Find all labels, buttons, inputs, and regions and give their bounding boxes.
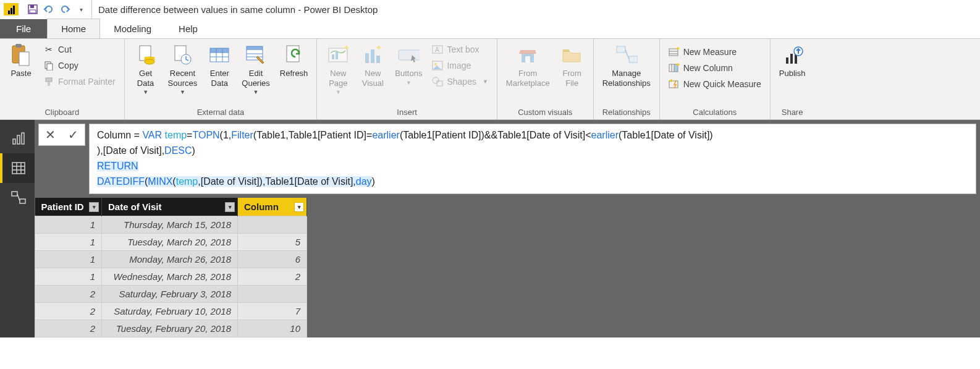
quick-access-toolbar: ▾ bbox=[22, 0, 92, 19]
undo-icon[interactable] bbox=[42, 2, 56, 16]
group-external-data: Get Data▼ Recent Sources▼ Enter Data Edi… bbox=[125, 39, 318, 119]
buttons-button[interactable]: Buttons▼ bbox=[390, 41, 427, 86]
image-icon bbox=[432, 60, 443, 71]
cell-column: 7 bbox=[238, 303, 307, 320]
svg-rect-73 bbox=[20, 199, 25, 203]
main-area: ✕ ✓ Column = VAR temp=TOPN(1,Filter(Tabl… bbox=[0, 120, 980, 337]
edit-queries-button[interactable]: Edit Queries▼ bbox=[237, 41, 275, 95]
new-visual-button[interactable]: ✦ New Visual bbox=[355, 41, 390, 88]
svg-rect-66 bbox=[22, 133, 24, 144]
group-relationships: Manage Relationships Relationships bbox=[594, 39, 660, 119]
group-insert: ✦ New Page▼ ✦ New Visual Buttons▼ AText … bbox=[317, 39, 497, 119]
svg-rect-22 bbox=[210, 48, 229, 53]
filter-icon[interactable]: ▾ bbox=[294, 202, 304, 212]
table-row[interactable]: 1 Wednesday, March 28, 2018 2 bbox=[35, 268, 307, 286]
ribbon: Paste ✂Cut Copy Format Painter Clipboard… bbox=[0, 38, 980, 120]
table-row[interactable]: 2 Tuesday, February 20, 2018 10 bbox=[35, 320, 307, 337]
qat-dropdown-icon[interactable]: ▾ bbox=[74, 2, 88, 16]
paste-icon bbox=[10, 44, 32, 66]
format-painter-button[interactable]: Format Painter bbox=[41, 75, 118, 88]
svg-rect-65 bbox=[17, 135, 20, 144]
cell-column bbox=[238, 286, 307, 303]
recent-sources-button[interactable]: Recent Sources▼ bbox=[163, 41, 203, 95]
tab-file[interactable]: File bbox=[0, 19, 47, 38]
tab-home[interactable]: Home bbox=[47, 19, 100, 38]
refresh-button[interactable]: Refresh bbox=[275, 41, 313, 78]
new-quick-measure-button[interactable]: ✦New Quick Measure bbox=[666, 77, 764, 91]
cut-button[interactable]: ✂Cut bbox=[41, 43, 118, 56]
col-header-patient-id[interactable]: Patient ID▾ bbox=[35, 198, 102, 216]
col-header-column[interactable]: Column▾ bbox=[238, 198, 307, 216]
data-table-wrap: Patient ID▾ Date of Visit▾ Column▾ 1 Thu… bbox=[35, 198, 980, 337]
group-share: Publish Share bbox=[771, 39, 814, 119]
content-area: ✕ ✓ Column = VAR temp=TOPN(1,Filter(Tabl… bbox=[35, 120, 980, 337]
manage-relationships-button[interactable]: Manage Relationships bbox=[598, 41, 656, 88]
svg-rect-24 bbox=[247, 46, 263, 50]
nav-model-view[interactable] bbox=[0, 183, 35, 213]
enter-data-button[interactable]: Enter Data bbox=[202, 41, 237, 88]
model-view-icon bbox=[11, 190, 27, 205]
data-table: Patient ID▾ Date of Visit▾ Column▾ 1 Thu… bbox=[35, 198, 307, 337]
cell-patient-id: 1 bbox=[35, 251, 102, 268]
svg-text:A: A bbox=[435, 46, 439, 53]
formula-bar[interactable]: Column = VAR temp=TOPN(1,Filter(Table1,T… bbox=[89, 124, 976, 194]
svg-rect-61 bbox=[790, 54, 793, 64]
textbox-button[interactable]: AText box bbox=[429, 43, 490, 56]
relationships-icon bbox=[615, 44, 638, 66]
table-row[interactable]: 2 Saturday, February 3, 2018 bbox=[35, 286, 307, 303]
filter-icon[interactable]: ▾ bbox=[225, 202, 235, 212]
table-row[interactable]: 1 Tuesday, March 20, 2018 5 bbox=[35, 234, 307, 251]
from-file-button[interactable]: From File bbox=[555, 41, 589, 88]
svg-text:✦: ✦ bbox=[669, 79, 674, 84]
refresh-icon bbox=[283, 44, 305, 66]
svg-rect-30 bbox=[336, 52, 338, 59]
svg-point-40 bbox=[434, 63, 437, 66]
accept-formula-icon[interactable]: ✓ bbox=[68, 127, 78, 142]
tab-modeling[interactable]: Modeling bbox=[100, 19, 165, 38]
svg-rect-47 bbox=[629, 56, 638, 62]
new-page-button[interactable]: ✦ New Page▼ bbox=[321, 41, 355, 95]
publish-icon bbox=[781, 44, 803, 66]
from-marketplace-button[interactable]: From Marketplace bbox=[501, 41, 555, 88]
app-logo bbox=[4, 3, 19, 15]
copy-button[interactable]: Copy bbox=[41, 59, 118, 72]
image-button[interactable]: Image bbox=[429, 59, 490, 72]
new-column-button[interactable]: ✦New Column bbox=[666, 61, 764, 75]
cancel-formula-icon[interactable]: ✕ bbox=[45, 127, 56, 142]
filter-icon[interactable]: ▾ bbox=[89, 202, 99, 212]
shapes-button[interactable]: Shapes▼ bbox=[429, 75, 490, 88]
svg-rect-2 bbox=[30, 10, 36, 13]
cell-column: 2 bbox=[238, 268, 307, 286]
nav-data-view[interactable] bbox=[0, 153, 35, 183]
cell-date-of-visit: Monday, March 26, 2018 bbox=[102, 251, 238, 268]
table-row[interactable]: 1 Thursday, March 15, 2018 bbox=[35, 216, 307, 234]
svg-rect-72 bbox=[12, 192, 17, 196]
svg-rect-32 bbox=[365, 53, 369, 63]
svg-rect-60 bbox=[786, 57, 788, 64]
publish-button[interactable]: Publish bbox=[774, 41, 811, 78]
tab-help[interactable]: Help bbox=[165, 19, 211, 38]
svg-line-74 bbox=[17, 194, 20, 201]
col-header-date-of-visit[interactable]: Date of Visit▾ bbox=[102, 198, 238, 216]
cell-date-of-visit: Wednesday, March 28, 2018 bbox=[102, 268, 238, 286]
redo-icon[interactable] bbox=[58, 2, 72, 16]
svg-line-48 bbox=[625, 49, 629, 59]
nav-report-view[interactable] bbox=[0, 124, 35, 153]
cell-date-of-visit: Saturday, February 10, 2018 bbox=[102, 303, 238, 320]
cell-date-of-visit: Thursday, March 15, 2018 bbox=[102, 216, 238, 234]
new-visual-icon: ✦ bbox=[361, 44, 384, 66]
get-data-button[interactable]: Get Data▼ bbox=[129, 41, 163, 95]
quick-measure-icon: ✦ bbox=[669, 78, 680, 90]
new-measure-button[interactable]: ✦New Measure bbox=[666, 45, 764, 59]
paste-button[interactable]: Paste bbox=[4, 41, 38, 78]
table-row[interactable]: 1 Monday, March 26, 2018 6 bbox=[35, 251, 307, 268]
svg-rect-9 bbox=[48, 82, 50, 86]
chevron-down-icon: ▼ bbox=[406, 80, 412, 86]
table-row[interactable]: 2 Saturday, February 10, 2018 7 bbox=[35, 303, 307, 320]
shapes-icon bbox=[432, 76, 443, 87]
svg-rect-4 bbox=[15, 44, 22, 48]
group-custom-visuals: From Marketplace From File Custom visual… bbox=[497, 39, 594, 119]
save-icon[interactable] bbox=[26, 2, 40, 16]
left-nav bbox=[0, 120, 35, 337]
cell-column bbox=[238, 216, 307, 234]
